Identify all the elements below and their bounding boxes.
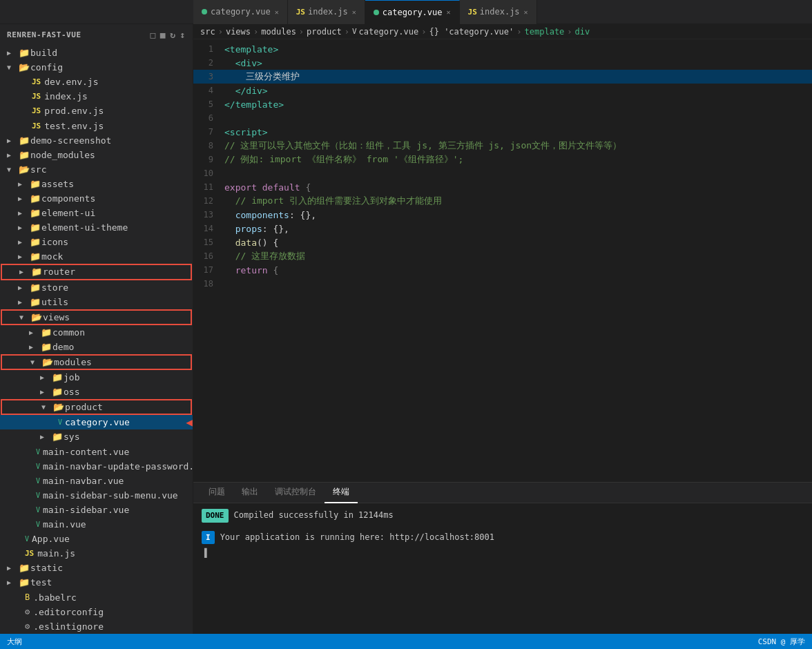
arrow-icon: ▶ [40, 374, 51, 381]
terminal-content[interactable]: DONE Compiled successfully in 12144ms I … [193, 503, 812, 634]
status-right: CSDN @ 厚学 [758, 637, 805, 647]
tree-item-icons[interactable]: ▶ 📁 icons [0, 235, 193, 249]
close-icon-4[interactable]: ✕ [524, 8, 528, 16]
tree-item-src[interactable]: ▼ 📂 src [0, 162, 193, 177]
terminal-compiled-line: DONE Compiled successfully in 12144ms [202, 509, 804, 523]
arrow-icon: ▶ [7, 151, 18, 159]
tab-terminal[interactable]: 终端 [325, 483, 358, 503]
tab-2-label: index.js [308, 7, 348, 17]
tab-1-label: category.vue [211, 7, 271, 17]
code-line-5: 5 </template> [193, 97, 812, 111]
tree-item-components[interactable]: ▶ 📁 components [0, 191, 193, 206]
folder-icon: 📁 [29, 297, 41, 307]
red-arrow-icon: ◀ [186, 416, 193, 429]
tree-item-category-vue[interactable]: V category.vue ◀ [0, 415, 193, 429]
bottom-panel: 问题 输出 调试控制台 终端 DONE Compiled successfull… [193, 482, 812, 634]
tree-item-main-sidebar-sub[interactable]: V main-sidebar-sub-menu.vue [0, 488, 193, 503]
tree-item-product[interactable]: ▼ 📂 product [1, 400, 191, 414]
tree-item-utils[interactable]: ▶ 📁 utils [0, 295, 193, 309]
tab-4[interactable]: JS index.js ✕ [460, 0, 537, 24]
tree-item-element-ui-theme[interactable]: ▶ 📁 element-ui-theme [0, 220, 193, 235]
tree-item-main-sidebar[interactable]: V main-sidebar.vue [0, 503, 193, 517]
tree-item-demo[interactable]: ▶ 📁 demo [0, 340, 193, 354]
tree-item-index-js[interactable]: JS index.js [0, 89, 193, 104]
tree-item-build[interactable]: ▶ 📁 build [0, 46, 193, 60]
arrow-icon: ▼ [7, 64, 18, 71]
tree-item-demo-screenshot[interactable]: ▶ 📁 demo-screenshot [0, 133, 193, 148]
tree-item-element-ui[interactable]: ▶ 📁 element-ui [0, 206, 193, 220]
code-line-18: 18 [193, 277, 812, 291]
tree-item-main-js[interactable]: JS main.js [0, 546, 193, 561]
tree-item-oss[interactable]: ▶ 📁 oss [0, 385, 193, 399]
running-msg: Your application is running here: http:/… [220, 531, 494, 544]
vue-icon: V [58, 418, 62, 426]
arrow-icon: ▶ [7, 49, 18, 57]
vue-icon: V [36, 477, 40, 485]
tab-2[interactable]: JS index.js ✕ [288, 0, 365, 24]
tree-item-babelrc[interactable]: B .babelrc [0, 590, 193, 604]
tree-item-modules[interactable]: ▼ 📂 modules [1, 355, 191, 369]
tree-item-dev-env[interactable]: JS dev.env.js [0, 75, 193, 89]
status-bar: 大纲 CSDN @ 厚学 [0, 634, 812, 649]
tree-item-config[interactable]: ▼ 📂 config [0, 60, 193, 75]
arrow-icon: ▶ [18, 238, 29, 246]
vue-breadcrumb-icon: V [352, 27, 357, 36]
done-badge: DONE [202, 509, 229, 523]
close-icon[interactable]: ✕ [275, 8, 279, 16]
arrow-icon: ▶ [29, 343, 40, 351]
info-badge: I [202, 531, 215, 545]
tree-item-store[interactable]: ▶ 📁 store [0, 280, 193, 295]
tree-item-main-vue[interactable]: V main.vue [0, 517, 193, 532]
tab-3-active[interactable]: category.vue ✕ [365, 0, 460, 24]
tab-issues[interactable]: 问题 [200, 483, 233, 503]
folder-icon: 📁 [29, 251, 41, 262]
folder-icon: 📁 [30, 267, 43, 277]
tree-item-test[interactable]: ▶ 📁 test [0, 575, 193, 590]
collapse-icon[interactable]: ↕ [180, 30, 186, 40]
tree-item-main-navbar-update[interactable]: V main-navbar-update-password.vue [0, 459, 193, 474]
tree-item-node-modules[interactable]: ▶ 📁 node_modules [0, 148, 193, 162]
folder-icon: 📁 [40, 327, 52, 338]
tree-item-eslintignore[interactable]: ⚙ .eslintignore [0, 619, 193, 634]
tree-item-assets[interactable]: ▶ 📁 assets [0, 177, 193, 191]
breadcrumb: src › views › modules › product › V cate… [193, 24, 812, 39]
code-line-10: 10 [193, 166, 812, 180]
status-left: 大纲 [7, 637, 22, 647]
arrow-icon: ▼ [41, 403, 52, 411]
tree-item-prod-env[interactable]: JS prod.env.js [0, 104, 193, 118]
tree-item-main-content[interactable]: V main-content.vue [0, 445, 193, 459]
tab-output[interactable]: 输出 [233, 483, 267, 503]
arrow-icon: ▶ [18, 284, 29, 291]
arrow-icon: ▶ [18, 253, 29, 260]
tree-item-router[interactable]: ▶ 📁 router [1, 264, 191, 279]
tree-item-app-vue[interactable]: V App.vue [0, 532, 193, 546]
tab-debug-console[interactable]: 调试控制台 [267, 483, 325, 503]
code-editor[interactable]: 1 <template> 2 <div> 3 三级分类维护 4 </div> 5 [193, 39, 812, 482]
new-file-icon[interactable]: □ [150, 30, 155, 40]
tree-item-test-env[interactable]: JS test.env.js [0, 118, 193, 133]
folder-icon: 📁 [51, 372, 64, 382]
folder-icon: 📁 [51, 387, 64, 397]
tree-item-sys[interactable]: ▶ 📁 sys [0, 429, 193, 444]
tree-item-editorconfig[interactable]: ⚙ .editorconfig [0, 605, 193, 619]
close-icon-3[interactable]: ✕ [447, 8, 451, 16]
tree-item-static[interactable]: ▶ 📁 static [0, 561, 193, 575]
tree-item-views[interactable]: ▼ 📂 views [1, 310, 191, 324]
code-line-12: 12 // import 引入的组件需要注入到对象中才能使用 [193, 194, 812, 208]
tab-1[interactable]: category.vue ✕ [193, 0, 288, 24]
js-icon-4: JS [468, 8, 477, 17]
folder-icon: 📁 [29, 282, 41, 293]
tree-item-common[interactable]: ▶ 📁 common [0, 325, 193, 340]
code-line-3: 3 三级分类维护 [193, 70, 812, 84]
new-folder-icon[interactable]: ■ [160, 30, 166, 40]
vue-icon: V [36, 506, 40, 514]
terminal-cursor: ▌ [202, 547, 804, 560]
folder-icon: 📁 [29, 208, 41, 218]
code-line-2: 2 <div> [193, 56, 812, 70]
tree-item-mock[interactable]: ▶ 📁 mock [0, 249, 193, 264]
tree-item-main-navbar[interactable]: V main-navbar.vue [0, 474, 193, 488]
tree-item-job[interactable]: ▶ 📁 job [0, 370, 193, 385]
refresh-icon[interactable]: ↻ [170, 30, 175, 40]
panel-tabs: 问题 输出 调试控制台 终端 [193, 483, 812, 503]
close-icon-2[interactable]: ✕ [352, 8, 356, 16]
